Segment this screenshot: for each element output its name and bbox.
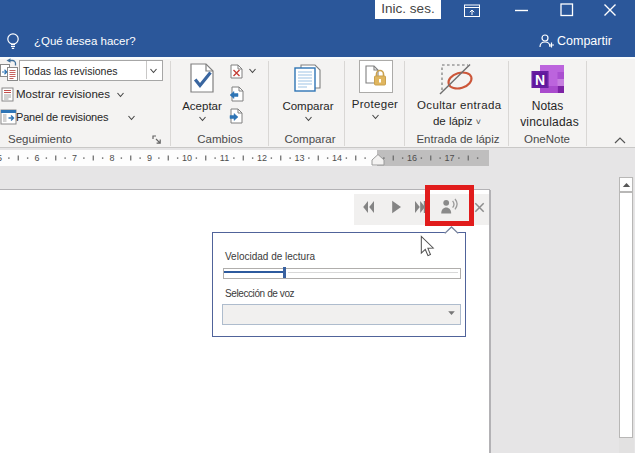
svg-text:9: 9 <box>147 153 152 163</box>
svg-text:12: 12 <box>257 153 267 163</box>
svg-text:5: 5 <box>0 153 2 163</box>
svg-text:6: 6 <box>34 153 39 163</box>
svg-text:16: 16 <box>407 153 417 163</box>
svg-text:13: 13 <box>294 153 304 163</box>
svg-text:14: 14 <box>332 153 342 163</box>
svg-text:7: 7 <box>72 153 77 163</box>
svg-text:10: 10 <box>182 153 192 163</box>
svg-text:8: 8 <box>109 153 114 163</box>
svg-text:17: 17 <box>444 153 454 163</box>
svg-text:11: 11 <box>220 153 229 163</box>
svg-text:N: N <box>535 72 545 88</box>
